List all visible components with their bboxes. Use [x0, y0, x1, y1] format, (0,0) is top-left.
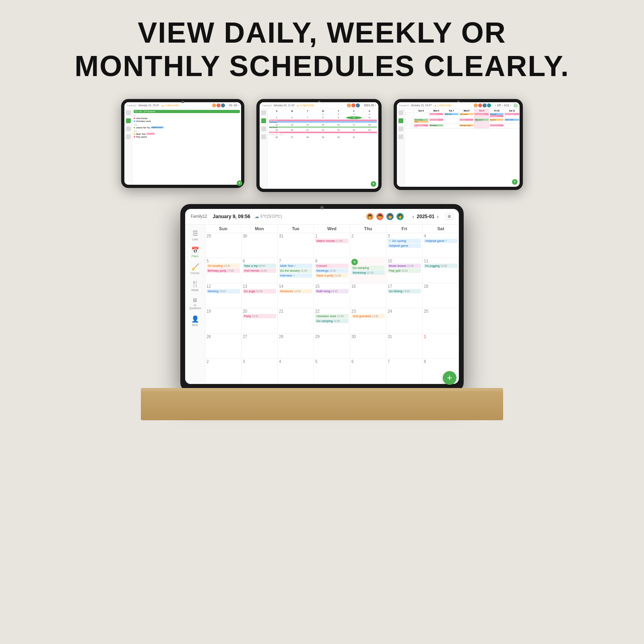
event-have-a-party[interactable]: Have a party21:00	[315, 273, 349, 278]
mini-fab-2[interactable]: +	[371, 181, 376, 187]
event-math-test[interactable]: Math Test✓	[279, 264, 312, 268]
cal-cell-jan28[interactable]: 28	[278, 334, 314, 359]
event-go-camping-22[interactable]: Go camping14:30	[315, 319, 349, 323]
event-play-golf[interactable]: Play golf16:00	[388, 268, 421, 273]
cell-num: 3	[388, 234, 421, 238]
cal-cell-jan2[interactable]: 2	[350, 233, 386, 258]
event-take-a-trip[interactable]: Take a trip08:00	[243, 264, 276, 268]
mini-fab-3[interactable]: +	[512, 179, 518, 185]
sidebar-item-mine[interactable]: 👤 Mine	[187, 314, 204, 328]
cell-num: 2	[351, 234, 385, 238]
cal-cell-jan9-today[interactable]: 9 Go camping Workshop10:33	[350, 258, 386, 283]
cal-cell-jan27[interactable]: 27	[242, 334, 278, 359]
sidebar-item-quadrant[interactable]: ⊞ IV Quadrant	[187, 295, 204, 311]
event-go-bowling[interactable]: Go bowling14:00	[206, 264, 240, 268]
event-vollyball-game-4[interactable]: Vollyball game✓	[424, 239, 458, 243]
cal-cell-feb1[interactable]: 1	[423, 334, 459, 359]
cal-cell-feb5[interactable]: 5	[314, 359, 350, 384]
cal-cell-feb2[interactable]: 2	[205, 359, 242, 384]
cal-cell-feb3[interactable]: 3	[242, 359, 278, 384]
cal-cell-dec30[interactable]: 30	[242, 233, 278, 258]
event-visit-grandma[interactable]: Visit grandma11:00	[351, 314, 385, 318]
event-meetings[interactable]: Meetings15:00	[315, 268, 349, 273]
cal-cell-jan19[interactable]: 19	[205, 308, 242, 334]
event-go-fishing[interactable]: Go fishing14:00	[388, 289, 421, 293]
event-go-camping-9[interactable]: Go camping	[351, 266, 385, 270]
mini-cal-agenda: Family12 January 10, 15:47 ☁ 11℃(9/13℃) …	[124, 102, 241, 185]
view-toggle-button[interactable]: ⊞	[445, 213, 453, 220]
cal-cell-jan30[interactable]: 30	[350, 334, 386, 359]
event-interview[interactable]: Interview✓	[279, 273, 312, 278]
mini-avatar-1	[212, 103, 216, 107]
cal-cell-jan4[interactable]: 4 Vollyball game✓	[423, 233, 459, 258]
cal-cell-jan14[interactable]: 14 Museums12:30	[278, 283, 314, 309]
current-month: 2025-01	[417, 214, 434, 219]
event-watch-movies[interactable]: Watch movies17:46	[315, 239, 349, 243]
event-go-cycling[interactable]: ✓Go cycling	[388, 239, 421, 243]
event-go-jogging[interactable]: Go jogging12:30	[424, 264, 458, 268]
cal-cell-jan21[interactable]: 21	[278, 308, 314, 334]
prev-month-button[interactable]: ‹	[413, 213, 415, 220]
cal-cell-jan18[interactable]: 18	[423, 283, 459, 309]
event-meeting[interactable]: Meeting14:00	[206, 289, 240, 293]
event-party[interactable]: Party19:30	[243, 314, 276, 318]
cal-cell-jan6[interactable]: 6 Take a trip08:00 Visit friends10:00	[242, 258, 278, 283]
mini-body-1: 01~10 · 2/7 Events Fri Visit friends Vol…	[124, 109, 241, 185]
cal-cell-jan31[interactable]: 31	[386, 334, 423, 359]
cal-cell-jan15[interactable]: 15 Ruth hung04:32	[314, 283, 350, 309]
cell-num: 13	[243, 284, 276, 289]
cal-cell-jan5[interactable]: 5 Go bowling14:00 Birthday party17:00	[205, 258, 242, 283]
plans-icon: 📅	[191, 246, 199, 254]
event-workshop[interactable]: Workshop10:33	[351, 270, 385, 275]
cal-cell-jan17[interactable]: 17 Go fishing14:00	[386, 283, 423, 309]
cal-cell-jan25[interactable]: 25	[423, 308, 459, 334]
event-music-lesson[interactable]: Music lesson13:00	[388, 264, 421, 268]
event-museums[interactable]: Museums12:30	[279, 289, 312, 293]
mini-avatar-3	[221, 103, 225, 107]
add-event-fab[interactable]: +	[443, 371, 456, 384]
cell-num: 8	[315, 259, 349, 263]
cal-cell-jan1[interactable]: 1 Watch movies17:46	[314, 233, 350, 258]
month-nav: ‹ 2025-01 ›	[413, 213, 439, 220]
event-birthday-party[interactable]: Birthday party17:00	[206, 268, 240, 273]
mini-fab-1[interactable]: +	[237, 180, 241, 185]
cal-cell-jan13[interactable]: 13 Do yoga19:30	[242, 283, 278, 309]
event-concert[interactable]: Concert	[315, 264, 349, 268]
cell-num: 24	[388, 309, 421, 314]
cal-cell-jan3[interactable]: 3 ✓Go cycling Vollyball game	[386, 233, 423, 258]
calendar-avatars: 👧 👦 👨 👩	[365, 212, 405, 221]
cal-cell-feb6[interactable]: 6	[350, 359, 386, 384]
cell-num: 4	[424, 234, 458, 238]
cal-cell-dec31[interactable]: 31	[278, 233, 314, 258]
event-do-yoga[interactable]: Do yoga19:30	[243, 289, 276, 293]
cal-cell-jan26[interactable]: 26	[205, 334, 242, 359]
event-ruth-hung[interactable]: Ruth hung04:32	[315, 289, 349, 293]
cal-cell-jan16[interactable]: 16	[350, 283, 386, 309]
event-vollyball-game-3[interactable]: Vollyball game	[388, 244, 421, 248]
table-surface	[141, 388, 503, 420]
cal-cell-jan20[interactable]: 20 Party19:30	[242, 308, 278, 334]
event-volunteer-work[interactable]: Volunteer work13:39	[315, 314, 349, 318]
cal-cell-feb4[interactable]: 4	[278, 359, 314, 384]
cal-cell-jan7[interactable]: 7 Math Test✓ Do the laundry11:00 Intervi…	[278, 258, 314, 283]
event-visit-friends[interactable]: Visit friends10:00	[243, 268, 276, 273]
cal-cell-jan29[interactable]: 29	[314, 334, 350, 359]
event-do-the-laundry[interactable]: Do the laundry11:00	[279, 268, 312, 273]
sidebar-item-chores[interactable]: 🧹 Chores	[187, 262, 204, 276]
day-header-wed: Wed	[314, 225, 350, 233]
cal-cell-jan8[interactable]: 8 Concert Meetings15:00 Have a party21:0…	[314, 258, 350, 283]
cal-cell-jan11[interactable]: 11 Go jogging12:30	[423, 258, 459, 283]
cal-cell-jan24[interactable]: 24	[386, 308, 423, 334]
sidebar-item-lists[interactable]: ☰ Lists	[187, 228, 204, 242]
cal-cell-jan12[interactable]: 12 Meeting14:00	[205, 283, 242, 309]
next-month-button[interactable]: ›	[437, 213, 439, 220]
cal-cell-jan22[interactable]: 22 Volunteer work13:39 Go camping14:30	[314, 308, 350, 334]
headline-line1: VIEW DAILY, WEEKLY OR	[74, 16, 570, 50]
cal-cell-jan23[interactable]: 23 Visit grandma11:00	[350, 308, 386, 334]
cell-num: 19	[206, 309, 240, 314]
cal-cell-feb7[interactable]: 7	[386, 359, 423, 384]
sidebar-item-meals[interactable]: 🍴 Meals	[187, 279, 204, 293]
cal-cell-dec29[interactable]: 29	[205, 233, 242, 258]
sidebar-item-plans[interactable]: 📅 Plans	[187, 245, 204, 259]
cal-cell-jan10[interactable]: 10 Music lesson13:00 Play golf16:00	[386, 258, 423, 283]
